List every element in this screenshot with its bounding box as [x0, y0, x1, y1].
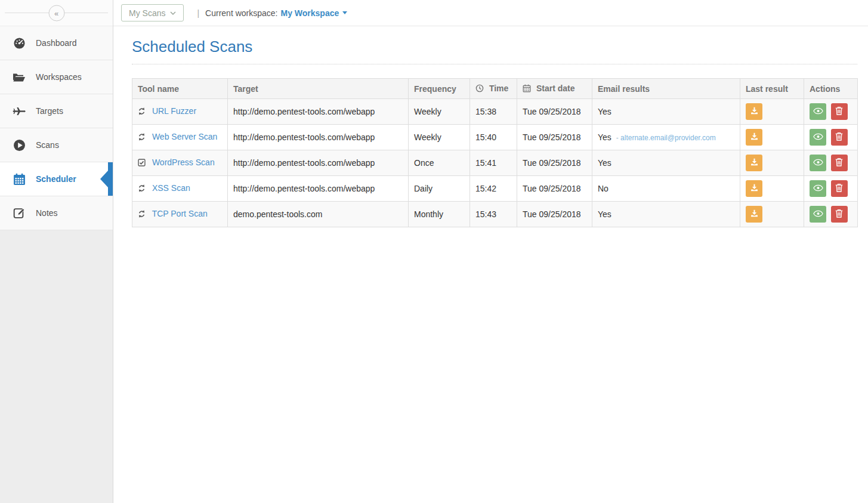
my-scans-select[interactable]: My Scans: [121, 4, 184, 21]
alternate-email-link[interactable]: alternate.email@provider.com: [620, 134, 716, 142]
sidebar-item-workspaces[interactable]: Workspaces: [0, 60, 113, 94]
alternate-email-wrap: - alternate.email@provider.com: [616, 134, 716, 142]
actions-cell: [804, 125, 858, 150]
last-result-cell: [740, 125, 804, 150]
start-date-cell-text: Tue 09/25/2018: [517, 150, 592, 176]
table-row: WordPress Scan http://demo.pentest-tools…: [132, 150, 858, 176]
delete-button[interactable]: [831, 129, 848, 146]
refresh-icon: [138, 107, 146, 117]
sidebar-item-scheduler[interactable]: Scheduler: [0, 162, 113, 196]
header-actions: Actions: [804, 79, 858, 99]
header-frequency: Frequency: [409, 79, 470, 99]
email-results-cell: Yes: [592, 150, 740, 176]
start-date-cell-text: Tue 09/25/2018: [517, 202, 592, 227]
caret-down-icon: [342, 11, 347, 14]
sidebar-item-label: Notes: [36, 208, 58, 218]
header-last-result: Last result: [740, 79, 804, 99]
last-result-cell: [740, 176, 804, 202]
start-date-cell-text: Tue 09/25/2018: [517, 99, 592, 125]
sidebar-item-label: Scheduler: [36, 174, 76, 184]
email-results-value: Yes: [598, 158, 611, 168]
tool-link[interactable]: XSS Scan: [152, 183, 190, 193]
refresh-icon: [138, 210, 146, 220]
notes-icon: [12, 207, 26, 220]
view-button[interactable]: [810, 155, 826, 171]
last-result-cell: [740, 99, 804, 125]
delete-button[interactable]: [831, 155, 848, 171]
workspace-name: My Workspace: [281, 8, 339, 18]
target-cell-text: http://demo.pentest-tools.com/webapp: [228, 150, 409, 176]
time-cell-text: 15:41: [470, 150, 517, 176]
actions-cell: [804, 150, 858, 176]
trash-icon: [835, 158, 843, 168]
scans-table-body: URL Fuzzer http://demo.pentest-tools.com…: [132, 99, 858, 227]
sidebar-collapse-button[interactable]: «: [48, 5, 64, 21]
header-start-date: Start date: [517, 79, 592, 99]
time-cell-text: 15:42: [470, 176, 517, 202]
calendar-icon: [523, 84, 531, 94]
eye-icon: [813, 184, 823, 193]
trash-icon: [835, 183, 843, 194]
trash-icon: [835, 132, 843, 143]
tool-name-cell: WordPress Scan: [132, 150, 228, 176]
sidebar-item-notes[interactable]: Notes: [0, 196, 113, 230]
sidebar-item-scans[interactable]: Scans: [0, 128, 113, 162]
view-button[interactable]: [810, 103, 826, 120]
my-scans-label: My Scans: [129, 8, 165, 18]
download-button[interactable]: [746, 206, 762, 223]
download-icon: [750, 209, 759, 220]
download-button[interactable]: [746, 129, 762, 146]
target-cell-text: http://demo.pentest-tools.com/webapp: [228, 99, 409, 125]
eye-icon: [813, 107, 823, 116]
tool-link[interactable]: URL Fuzzer: [152, 106, 196, 116]
header-tool-name: Tool name: [132, 79, 228, 99]
workspace-label: Current workspace:: [205, 8, 277, 18]
tool-name-cell: TCP Port Scan: [132, 202, 228, 227]
topbar: My Scans | Current workspace: My Workspa…: [113, 0, 868, 26]
trash-icon: [835, 106, 843, 117]
folder-open-icon: [12, 72, 26, 82]
view-button[interactable]: [810, 180, 826, 197]
topbar-divider: |: [197, 8, 199, 18]
frequency-cell-text: Weekly: [409, 99, 470, 125]
delete-button[interactable]: [831, 206, 848, 223]
view-button[interactable]: [810, 129, 826, 146]
view-button[interactable]: [810, 206, 826, 223]
tool-link[interactable]: TCP Port Scan: [152, 209, 208, 218]
sidebar-item-dashboard[interactable]: Dashboard: [0, 26, 113, 60]
actions-cell: [804, 202, 858, 227]
sidebar-item-label: Dashboard: [36, 38, 77, 48]
time-cell-text: 15:43: [470, 202, 517, 227]
start-date-cell-text: Tue 09/25/2018: [517, 176, 592, 202]
page-title: Scheduled Scans: [132, 38, 857, 64]
download-button[interactable]: [746, 180, 762, 197]
main-content: Scheduled Scans Tool name Target Frequen…: [113, 38, 868, 227]
actions-cell: [804, 99, 858, 125]
email-results-cell: Yes - alternate.email@provider.com: [592, 125, 740, 150]
target-cell-text: http://demo.pentest-tools.com/webapp: [228, 176, 409, 202]
sidebar-item-targets[interactable]: Targets: [0, 94, 113, 128]
table-header-row: Tool name Target Frequency Time Start da…: [132, 79, 858, 99]
actions-cell: [804, 176, 858, 202]
target-cell-text: http://demo.pentest-tools.com/webapp: [228, 125, 409, 150]
workspace-selector[interactable]: My Workspace: [281, 8, 348, 18]
frequency-cell-text: Monthly: [409, 202, 470, 227]
eye-icon: [813, 210, 823, 219]
delete-button[interactable]: [831, 180, 848, 197]
tool-link[interactable]: WordPress Scan: [152, 158, 215, 167]
email-results-cell: Yes: [592, 99, 740, 125]
frequency-cell-text: Daily: [409, 176, 470, 202]
download-button[interactable]: [746, 103, 762, 120]
trash-icon: [835, 209, 843, 220]
tool-link[interactable]: Web Server Scan: [152, 132, 217, 141]
email-results-cell: Yes: [592, 202, 740, 227]
last-result-cell: [740, 202, 804, 227]
alternate-email-separator: -: [616, 134, 619, 142]
delete-button[interactable]: [831, 103, 848, 120]
download-icon: [750, 132, 759, 143]
email-results-value: No: [598, 184, 608, 193]
download-button[interactable]: [746, 155, 762, 171]
email-results-value: Yes: [598, 107, 611, 116]
sidebar-item-label: Targets: [36, 106, 63, 116]
time-cell-text: 15:40: [470, 125, 517, 150]
